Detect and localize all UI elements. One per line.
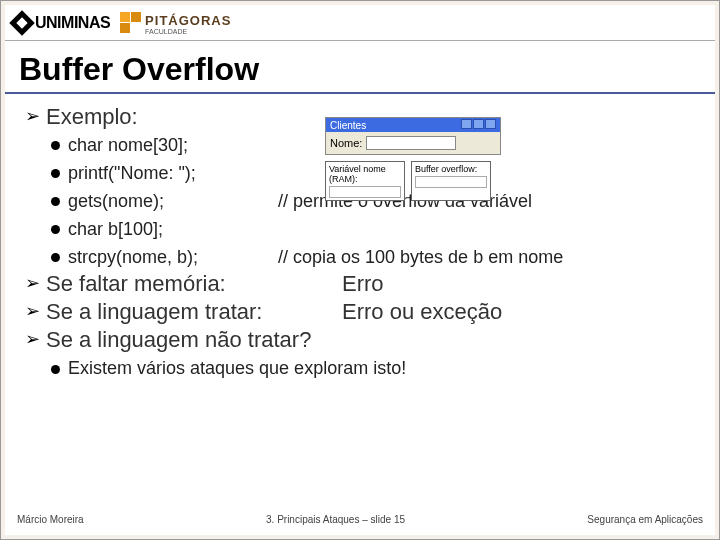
mock-label: Nome: [330, 137, 362, 149]
bullet-icon [51, 225, 60, 234]
mock-window: Clientes Nome: [325, 117, 501, 155]
bullet-lang-notreat: ➢ Se a linguagem não tratar? [25, 327, 695, 353]
close-icon [485, 119, 496, 129]
pitagoras-icon [120, 12, 130, 22]
mock-title: Clientes [330, 120, 366, 131]
mock-box-label: Variável nome (RAM): [329, 164, 386, 184]
slide-title: Buffer Overflow [5, 41, 715, 94]
illustration: Clientes Nome: Variável nome (RAM): Buff… [325, 117, 501, 223]
pitagoras-sub: FACULDADE [145, 29, 231, 35]
code-comment: // copia os 100 bytes de b em nome [278, 244, 563, 272]
mock-titlebar: Clientes [326, 118, 500, 132]
mock-body: Nome: [326, 132, 500, 154]
logo-uniminas: UNIMINAS [13, 14, 110, 32]
uniminas-icon [9, 10, 34, 35]
code-line: strcpy(nome, b); // copia os 100 bytes d… [51, 244, 695, 272]
mock-field [415, 176, 487, 188]
minimize-icon [461, 119, 472, 129]
header-logos: UNIMINAS PITÁGORAS FACULDADE [5, 5, 715, 41]
bullet-text: Se a linguagem não tratar? [46, 327, 311, 353]
uniminas-text: UNIMINAS [35, 14, 110, 32]
bullet-icon [51, 141, 60, 150]
bullet-text: Existem vários ataques que exploram isto… [68, 355, 406, 383]
mock-field [329, 186, 401, 198]
arrow-icon: ➢ [25, 104, 40, 128]
bullet-lang-treat: ➢ Se a linguagem tratar: Erro ou exceção [25, 299, 695, 325]
bullet-text: Se a linguagem tratar: [46, 299, 342, 325]
bullet-result: Erro ou exceção [342, 299, 502, 325]
footer-left: Márcio Moreira [17, 514, 84, 525]
maximize-icon [473, 119, 484, 129]
bullet-text: Exemplo: [46, 104, 138, 130]
slide: UNIMINAS PITÁGORAS FACULDADE Buffer Over… [5, 5, 715, 535]
code-text: printf("Nome: "); [68, 160, 196, 188]
code-text: strcpy(nome, b); [68, 244, 278, 272]
pitagoras-text: PITÁGORAS [145, 13, 231, 28]
footer: Márcio Moreira 3. Principais Ataques – s… [17, 514, 703, 525]
bullet-text: Se faltar memória: [46, 271, 342, 297]
mock-row2: Variável nome (RAM): Buffer overflow: [325, 161, 501, 201]
bullet-result: Erro [342, 271, 384, 297]
window-controls [460, 119, 496, 131]
code-text: char nome[30]; [68, 132, 188, 160]
bullet-attacks: Existem vários ataques que exploram isto… [51, 355, 695, 383]
arrow-icon: ➢ [25, 271, 40, 295]
mock-var-box: Variável nome (RAM): [325, 161, 405, 201]
logo-pitagoras: PITÁGORAS FACULDADE [120, 11, 231, 35]
code-text: gets(nome); [68, 188, 278, 216]
mock-overflow-box: Buffer overflow: [411, 161, 491, 201]
pitagoras-icon [131, 12, 141, 22]
mock-input [366, 136, 456, 150]
code-text: char b[100]; [68, 216, 163, 244]
bullet-icon [51, 253, 60, 262]
pitagoras-icon [120, 23, 130, 33]
footer-right: Segurança em Aplicações [587, 514, 703, 525]
mock-box-label: Buffer overflow: [415, 164, 477, 174]
bullet-mem: ➢ Se faltar memória: Erro [25, 271, 695, 297]
bullet-icon [51, 169, 60, 178]
bullet-icon [51, 197, 60, 206]
arrow-icon: ➢ [25, 299, 40, 323]
footer-center: 3. Principais Ataques – slide 15 [266, 514, 405, 525]
arrow-icon: ➢ [25, 327, 40, 351]
bullet-icon [51, 365, 60, 374]
